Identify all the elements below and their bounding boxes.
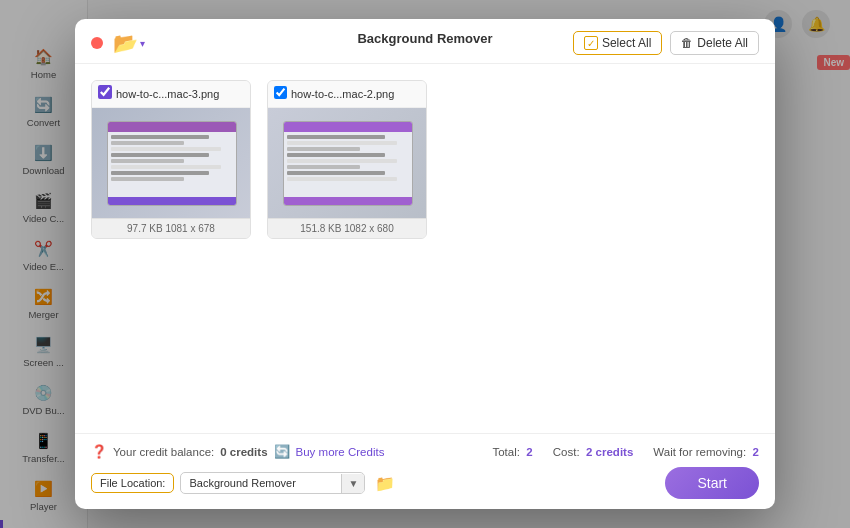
thumb-row xyxy=(287,153,385,157)
cost-label: Cost: 2 credits xyxy=(553,446,634,458)
modal-background-remover: 📂 ▾ Background Remover ✓ Select All 🗑 De… xyxy=(75,19,775,509)
modal-body: how-to-c...mac-3.png xyxy=(75,64,775,433)
question-icon: ❓ xyxy=(91,444,107,459)
footer-totals: Total: 2 Cost: 2 credits Wait for removi… xyxy=(492,446,759,458)
modal-header: 📂 ▾ Background Remover ✓ Select All 🗑 De… xyxy=(75,19,775,64)
modal-header-actions: ✓ Select All 🗑 Delete All xyxy=(573,31,759,55)
file-location-label: File Location: xyxy=(91,473,174,493)
thumb-row xyxy=(111,165,221,169)
file-location-select: Background Remover Original Folder Custo… xyxy=(180,472,365,494)
thumb-content-2 xyxy=(284,132,412,184)
thumb-top-bar-1 xyxy=(108,122,236,132)
file-dims-1: 1081 x 678 xyxy=(165,223,215,234)
add-file-icon: 📂 xyxy=(113,31,138,55)
thumb-top-bar-2 xyxy=(284,122,412,132)
total-label: Total: 2 xyxy=(492,446,532,458)
thumb-row xyxy=(287,147,360,151)
wait-label: Wait for removing: 2 xyxy=(653,446,759,458)
thumb-content-1 xyxy=(108,132,236,184)
credit-balance-label: Your credit balance: xyxy=(113,446,214,458)
file-grid: how-to-c...mac-3.png xyxy=(91,80,759,239)
cost-value: 2 credits xyxy=(586,446,633,458)
buy-credits-link[interactable]: Buy more Credits xyxy=(296,446,385,458)
thumb-row xyxy=(111,147,221,151)
thumb-inner-2 xyxy=(268,108,427,218)
file-thumbnail-1 xyxy=(92,108,251,218)
add-file-button[interactable]: 📂 ▾ xyxy=(113,31,145,55)
file-checkbox-2[interactable] xyxy=(274,85,287,103)
thumb-row xyxy=(287,135,385,139)
screen-mockup-2 xyxy=(283,121,413,206)
modal-footer: ❓ Your credit balance: 0 credits 🔄 Buy m… xyxy=(75,433,775,509)
thumb-bottom-bar-2 xyxy=(284,197,412,205)
file-thumbnail-2 xyxy=(268,108,427,218)
footer-credits: ❓ Your credit balance: 0 credits 🔄 Buy m… xyxy=(91,444,384,459)
thumb-row xyxy=(287,141,397,145)
trash-icon: 🗑 xyxy=(681,36,693,50)
file-size-2: 151.8 KB xyxy=(300,223,341,234)
footer-bottom: File Location: Background Remover Origin… xyxy=(91,467,759,499)
thumb-row xyxy=(111,141,184,145)
folder-browse-icon[interactable]: 📁 xyxy=(375,474,395,493)
file-name-2: how-to-c...mac-2.png xyxy=(291,88,394,100)
file-checkbox-1[interactable] xyxy=(98,85,112,103)
thumb-row xyxy=(111,177,184,181)
modal-title: Background Remover xyxy=(357,31,492,46)
delete-all-label: Delete All xyxy=(697,36,748,50)
delete-all-button[interactable]: 🗑 Delete All xyxy=(670,31,759,55)
footer-credits-row: ❓ Your credit balance: 0 credits 🔄 Buy m… xyxy=(91,444,759,459)
file-card: how-to-c...mac-2.png xyxy=(267,80,427,239)
wait-value: 2 xyxy=(753,446,759,458)
add-file-dropdown-arrow[interactable]: ▾ xyxy=(140,38,145,49)
file-location-dropdown[interactable]: Background Remover Original Folder Custo… xyxy=(181,473,341,493)
thumb-row xyxy=(111,135,209,139)
screen-mockup-1 xyxy=(107,121,237,206)
credit-balance-value: 0 credits xyxy=(220,446,267,458)
file-size-1: 97.7 KB xyxy=(127,223,163,234)
thumb-row xyxy=(287,171,385,175)
thumb-row xyxy=(111,153,209,157)
refresh-icon[interactable]: 🔄 xyxy=(274,444,290,459)
total-value: 2 xyxy=(526,446,532,458)
thumb-bottom-bar-1 xyxy=(108,197,236,205)
traffic-lights xyxy=(91,37,103,49)
thumb-row xyxy=(287,165,360,169)
file-location: File Location: Background Remover Origin… xyxy=(91,472,395,494)
modal-left-actions: 📂 ▾ xyxy=(113,31,145,55)
file-dims-2: 1082 x 680 xyxy=(344,223,394,234)
file-name-1: how-to-c...mac-3.png xyxy=(116,88,219,100)
dropdown-arrow-icon[interactable]: ▼ xyxy=(341,474,364,493)
thumb-row xyxy=(111,171,209,175)
thumb-row xyxy=(111,159,184,163)
file-checkbox-input-2[interactable] xyxy=(274,86,287,99)
thumb-row xyxy=(287,177,397,181)
thumb-row xyxy=(287,159,397,163)
file-info-2: 151.8 KB 1082 x 680 xyxy=(268,218,426,238)
app-window: 🏠 Home 🔄 Convert ⬇️ Download 🎬 Video C..… xyxy=(0,0,850,528)
select-all-label: Select All xyxy=(602,36,651,50)
traffic-light-red[interactable] xyxy=(91,37,103,49)
file-info-1: 97.7 KB 1081 x 678 xyxy=(92,218,250,238)
file-card: how-to-c...mac-3.png xyxy=(91,80,251,239)
check-icon: ✓ xyxy=(584,36,598,50)
start-button[interactable]: Start xyxy=(665,467,759,499)
thumb-inner-1 xyxy=(92,108,251,218)
file-checkbox-input-1[interactable] xyxy=(98,85,112,99)
modal-overlay: 📂 ▾ Background Remover ✓ Select All 🗑 De… xyxy=(0,0,850,528)
select-all-button[interactable]: ✓ Select All xyxy=(573,31,662,55)
